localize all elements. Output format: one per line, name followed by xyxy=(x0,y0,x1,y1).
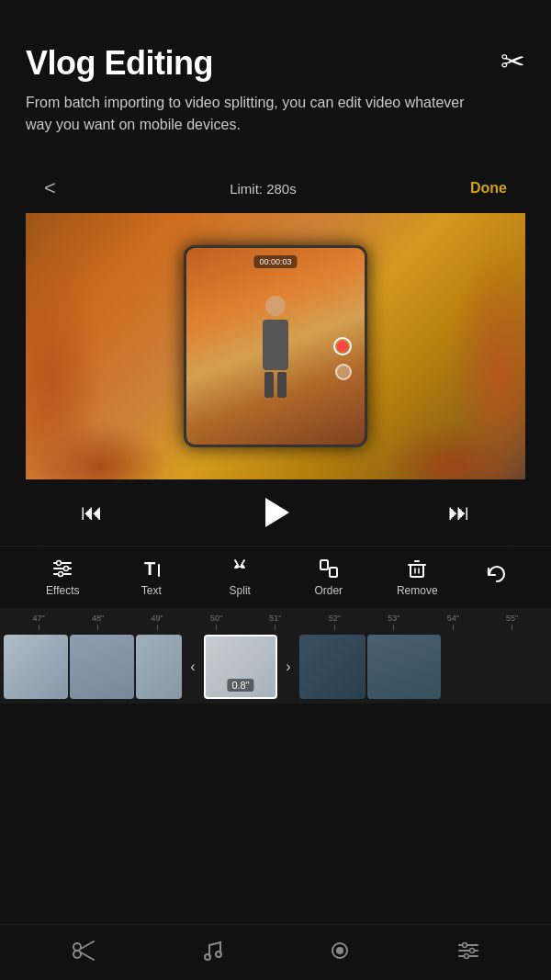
phone-timestamp: 00:00:03 xyxy=(253,255,297,268)
svg-rect-12 xyxy=(330,568,337,577)
figure-head xyxy=(265,296,286,316)
figure-body xyxy=(263,320,288,370)
svg-line-20 xyxy=(81,941,94,949)
skip-back-button[interactable]: ⏮ xyxy=(81,500,103,525)
ruler-mark-52: 52" xyxy=(305,614,364,630)
svg-line-21 xyxy=(81,952,94,960)
toolbar-item-split[interactable]: Split xyxy=(215,558,265,597)
ruler-mark-55: 55" xyxy=(483,614,542,630)
svg-point-29 xyxy=(463,943,467,948)
video-preview: 00:00:03 xyxy=(26,213,525,479)
figure-leg-right xyxy=(277,372,287,398)
effects-icon xyxy=(51,558,73,580)
ruler-mark-51: 51" xyxy=(246,614,305,630)
record-button-inner xyxy=(337,341,348,352)
ruler-marks: 47" 48" 49" 50" 51" 52" 53" 54" 55" xyxy=(0,612,551,630)
film-clip-4[interactable] xyxy=(299,635,365,699)
svg-point-19 xyxy=(73,951,81,958)
undo-icon xyxy=(484,561,510,587)
ruler-mark-47: 47" xyxy=(9,614,68,630)
svg-point-25 xyxy=(336,947,343,954)
text-icon: T xyxy=(141,558,163,580)
header-section: Vlog Editing ✂ From batch importing to v… xyxy=(0,0,551,154)
limit-label: Limit: 280s xyxy=(230,181,297,197)
mockup-nav: < Limit: 280s Done xyxy=(26,163,525,213)
skip-forward-button[interactable]: ⏭ xyxy=(448,500,470,525)
figure-legs xyxy=(264,372,287,398)
svg-text:T: T xyxy=(144,558,155,579)
phone-mockup: < Limit: 280s Done 00:00:03 xyxy=(26,163,525,546)
undo-button[interactable] xyxy=(480,558,513,597)
figure-leg-left xyxy=(264,372,274,398)
toolbar: Effects T Text Split Order xyxy=(0,546,551,608)
film-clip-2[interactable] xyxy=(70,635,134,699)
music-bottom-icon xyxy=(198,938,224,963)
ruler-mark-49: 49" xyxy=(128,614,186,630)
toolbar-item-order[interactable]: Order xyxy=(303,558,354,597)
film-clip-5[interactable] xyxy=(367,635,441,699)
svg-point-3 xyxy=(57,561,62,566)
remove-icon xyxy=(406,558,428,580)
toolbar-item-remove[interactable]: Remove xyxy=(392,558,443,597)
back-button[interactable]: < xyxy=(44,176,56,200)
order-icon xyxy=(318,558,340,580)
ruler-mark-50: 50" xyxy=(186,614,245,630)
toolbar-item-effects[interactable]: Effects xyxy=(38,558,88,597)
bottom-nav xyxy=(0,924,551,980)
svg-point-22 xyxy=(205,954,210,960)
bottom-nav-layers[interactable] xyxy=(327,938,353,967)
done-button[interactable]: Done xyxy=(470,180,507,197)
clip-duration: 0.8" xyxy=(227,679,253,692)
scissors-header-icon[interactable]: ✂ xyxy=(500,44,525,79)
effects-label: Effects xyxy=(46,584,79,597)
svg-rect-13 xyxy=(410,565,423,577)
film-clip-3[interactable] xyxy=(136,635,182,699)
svg-rect-11 xyxy=(320,560,328,569)
svg-point-23 xyxy=(216,952,221,957)
inner-phone: 00:00:03 xyxy=(184,245,367,447)
layers-bottom-icon xyxy=(327,938,353,963)
playback-controls: ⏮ ⏭ xyxy=(26,479,525,546)
ruler-mark-48: 48" xyxy=(68,614,127,630)
split-icon xyxy=(229,558,251,580)
record-button-outer[interactable] xyxy=(333,337,352,355)
remove-label: Remove xyxy=(397,584,438,597)
bottom-nav-adjust[interactable] xyxy=(455,938,481,967)
play-button[interactable] xyxy=(255,492,296,533)
order-label: Order xyxy=(314,584,343,597)
timeline-ruler: 47" 48" 49" 50" 51" 52" 53" 54" 55" xyxy=(0,608,551,630)
subtitle: From batch importing to video splitting,… xyxy=(26,92,467,136)
prev-clip-arrow[interactable]: ‹ xyxy=(184,659,202,675)
adjust-bottom-icon xyxy=(455,938,481,963)
film-clip-1[interactable] xyxy=(4,635,68,699)
ruler-mark-53: 53" xyxy=(365,614,423,630)
svg-point-31 xyxy=(465,954,469,959)
svg-point-30 xyxy=(470,949,475,953)
split-label: Split xyxy=(230,584,251,597)
svg-point-18 xyxy=(73,943,81,951)
svg-point-5 xyxy=(59,572,63,577)
next-clip-arrow[interactable]: › xyxy=(279,659,298,675)
play-triangle-icon xyxy=(265,498,289,527)
scissors-bottom-icon xyxy=(70,938,96,963)
filmstrip[interactable]: ‹ 0.8" › xyxy=(0,630,551,704)
text-label: Text xyxy=(141,584,162,597)
bottom-nav-music[interactable] xyxy=(198,938,224,967)
toolbar-item-text[interactable]: T Text xyxy=(126,558,176,597)
bottom-nav-scissors[interactable] xyxy=(70,938,96,967)
ruler-mark-54: 54" xyxy=(423,614,482,630)
inner-phone-screen: 00:00:03 xyxy=(186,248,365,445)
svg-point-4 xyxy=(64,567,69,571)
record-button-2[interactable] xyxy=(335,364,352,380)
film-clip-selected[interactable]: 0.8" xyxy=(204,635,277,699)
app-title: Vlog Editing xyxy=(26,44,213,83)
